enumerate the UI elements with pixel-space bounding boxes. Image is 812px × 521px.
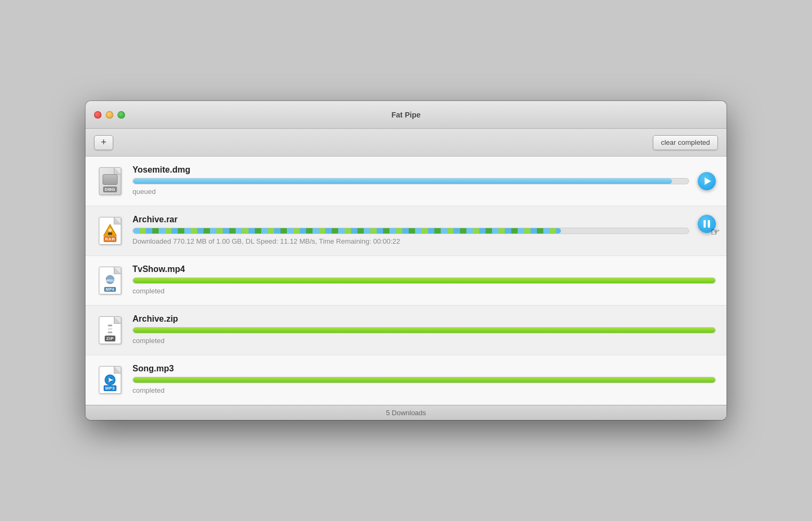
progress-fill-archive-rar xyxy=(133,228,561,234)
progress-bar-archive-zip xyxy=(132,327,716,333)
file-icon-mp4: MPEG MP4 xyxy=(96,265,124,297)
progress-bar-tvshow xyxy=(132,277,716,284)
filename-song: Song.mp3 xyxy=(132,364,716,374)
status-archive-zip: completed xyxy=(132,337,716,345)
progress-fill-archive-zip xyxy=(133,328,715,333)
cursor-hand-icon: ☞ xyxy=(710,225,720,238)
filename-yosemite: Yosemite.dmg xyxy=(132,165,689,175)
status-yosemite: queued xyxy=(132,188,689,196)
progress-fill-yosemite xyxy=(133,178,672,184)
maximize-button[interactable] xyxy=(118,111,125,119)
toolbar: + clear completed xyxy=(85,129,727,157)
titlebar: Fat Pipe xyxy=(85,101,727,129)
svg-text:MPEG: MPEG xyxy=(105,279,115,282)
progress-bar-archive-rar xyxy=(132,228,689,234)
progress-fill-song xyxy=(133,377,715,383)
file-icon-mp3: MP3 xyxy=(96,364,124,396)
file-icon-zip: ZIP xyxy=(96,314,124,346)
download-item-tvshow: MPEG MP4 TvShow.mp4 completed xyxy=(85,256,727,306)
progress-bar-yosemite xyxy=(132,178,689,184)
minimize-button[interactable] xyxy=(106,111,113,119)
download-info-archive-zip: Archive.zip completed xyxy=(132,314,716,345)
svg-rect-5 xyxy=(108,325,112,326)
pause-bar-2 xyxy=(708,220,710,228)
status-tvshow: completed xyxy=(132,287,716,295)
download-info-song: Song.mp3 completed xyxy=(132,364,716,394)
status-song: completed xyxy=(132,386,716,394)
play-button-yosemite[interactable] xyxy=(698,172,716,190)
mp4-icon-svg: MPEG xyxy=(103,274,117,287)
svg-rect-6 xyxy=(108,328,112,330)
download-info-yosemite: Yosemite.dmg queued xyxy=(132,165,689,196)
file-icon-dmg: DMG xyxy=(96,165,124,197)
add-button[interactable]: + xyxy=(94,135,113,150)
filename-tvshow: TvShow.mp4 xyxy=(132,265,716,274)
statusbar: 5 Downloads xyxy=(85,405,727,420)
pause-bar-1 xyxy=(704,220,706,228)
clear-completed-button[interactable]: clear completed xyxy=(653,135,718,150)
svg-rect-1 xyxy=(108,232,112,235)
download-item-archive-rar: RAR Archive.rar Downloaded 770.12 MB of … xyxy=(85,206,727,256)
progress-bar-song xyxy=(132,377,716,383)
download-item-song: MP3 Song.mp3 completed xyxy=(85,355,727,405)
download-item-yosemite: DMG Yosemite.dmg queued xyxy=(85,157,727,206)
statusbar-text: 5 Downloads xyxy=(386,409,426,417)
progress-fill-tvshow xyxy=(133,278,715,283)
filename-archive-zip: Archive.zip xyxy=(132,314,716,324)
file-icon-rar: RAR xyxy=(96,215,124,247)
download-item-archive-zip: ZIP Archive.zip completed xyxy=(85,306,727,355)
close-button[interactable] xyxy=(94,111,102,119)
traffic-lights xyxy=(94,111,125,119)
svg-point-2 xyxy=(108,229,112,232)
pause-wrapper: ☞ xyxy=(689,215,716,233)
download-info-archive-rar: Archive.rar Downloaded 770.12 MB of 1.00… xyxy=(132,215,689,245)
download-list: DMG Yosemite.dmg queued xyxy=(85,157,727,405)
status-archive-rar: Downloaded 770.12 MB of 1.00 GB, DL Spee… xyxy=(132,237,689,245)
svg-rect-7 xyxy=(108,331,112,333)
window-title: Fat Pipe xyxy=(392,111,420,119)
pause-icon xyxy=(704,220,710,228)
filename-archive-rar: Archive.rar xyxy=(132,215,689,224)
download-info-tvshow: TvShow.mp4 completed xyxy=(132,265,716,295)
app-window: Fat Pipe + clear completed DMG Yosemite.… xyxy=(85,101,727,420)
play-icon xyxy=(705,177,711,185)
